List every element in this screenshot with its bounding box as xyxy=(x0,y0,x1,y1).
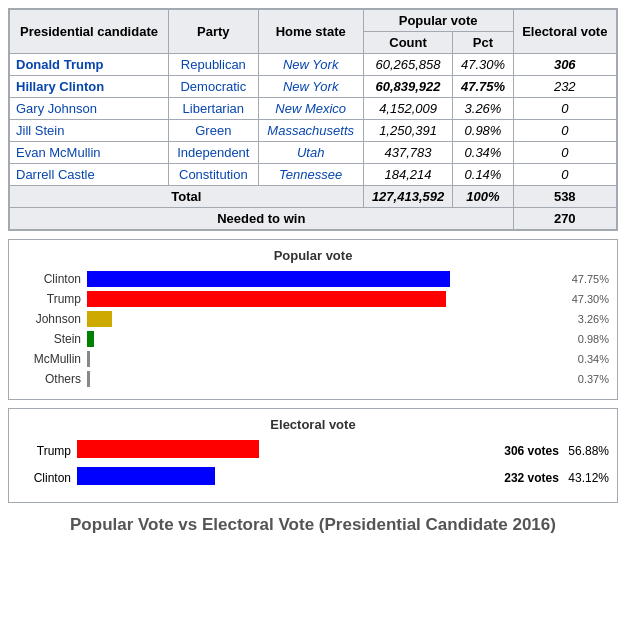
bar-pct: 0.34% xyxy=(554,353,609,365)
popular-pct: 0.98% xyxy=(453,120,513,142)
total-ev: 538 xyxy=(513,186,616,208)
col-header-count: Count xyxy=(363,32,453,54)
electoral-vote-chart-title: Electoral vote xyxy=(17,417,609,432)
electoral-bar-container xyxy=(77,467,489,488)
popular-bar-row: McMullin 0.34% xyxy=(17,351,609,367)
bar-label: Stein xyxy=(17,332,87,346)
table-row: Jill Stein Green Massachusetts 1,250,391… xyxy=(10,120,617,142)
popular-count: 60,265,858 xyxy=(363,54,453,76)
popular-count: 1,250,391 xyxy=(363,120,453,142)
candidate-name: Donald Trump xyxy=(10,54,169,76)
popular-pct: 47.30% xyxy=(453,54,513,76)
bar xyxy=(87,351,90,367)
candidate-name: Gary Johnson xyxy=(10,98,169,120)
electoral-votes: 306 xyxy=(513,54,616,76)
electoral-votes-count: 232 votes xyxy=(504,471,559,485)
col-header-popular-vote: Popular vote xyxy=(363,10,513,32)
col-header-pct: Pct xyxy=(453,32,513,54)
electoral-bar xyxy=(77,440,259,458)
bar xyxy=(87,371,90,387)
popular-vote-chart-title: Popular vote xyxy=(17,248,609,263)
bar-label: Trump xyxy=(17,292,87,306)
bar-pct: 3.26% xyxy=(554,313,609,325)
popular-vote-chart: Popular vote Clinton 47.75% Trump 47.30%… xyxy=(8,239,618,400)
col-header-electoral-vote: Electoral vote xyxy=(513,10,616,54)
popular-count: 4,152,009 xyxy=(363,98,453,120)
col-header-party: Party xyxy=(168,10,258,54)
electoral-bar-container xyxy=(77,440,489,461)
main-title: Popular Vote vs Electoral Vote (Presiden… xyxy=(8,513,618,537)
electoral-pct: 56.88% xyxy=(568,444,609,458)
popular-pct: 3.26% xyxy=(453,98,513,120)
electoral-pct: 43.12% xyxy=(568,471,609,485)
popular-pct: 47.75% xyxy=(453,76,513,98)
bar-pct: 0.37% xyxy=(554,373,609,385)
popular-bar-row: Stein 0.98% xyxy=(17,331,609,347)
election-table: Presidential candidate Party Home state … xyxy=(9,9,617,230)
bar-container xyxy=(87,271,554,287)
table-row: Darrell Castle Constitution Tennessee 18… xyxy=(10,164,617,186)
party: Constitution xyxy=(168,164,258,186)
electoral-info: 306 votes 56.88% xyxy=(489,444,609,458)
popular-count: 60,839,922 xyxy=(363,76,453,98)
table-row: Gary Johnson Libertarian New Mexico 4,15… xyxy=(10,98,617,120)
bar-container xyxy=(87,371,554,387)
home-state: Tennessee xyxy=(258,164,363,186)
electoral-label: Trump xyxy=(17,444,77,458)
home-state: New York xyxy=(258,76,363,98)
bar xyxy=(87,271,450,287)
popular-bar-row: Trump 47.30% xyxy=(17,291,609,307)
bar-container xyxy=(87,311,554,327)
bar xyxy=(87,311,112,327)
popular-bar-row: Johnson 3.26% xyxy=(17,311,609,327)
party: Independent xyxy=(168,142,258,164)
total-pct: 100% xyxy=(453,186,513,208)
col-header-candidate: Presidential candidate xyxy=(10,10,169,54)
needed-row: Needed to win 270 xyxy=(10,208,617,230)
party: Republican xyxy=(168,54,258,76)
total-row: Total 127,413,592 100% 538 xyxy=(10,186,617,208)
electoral-bar xyxy=(77,467,215,485)
needed-label: Needed to win xyxy=(10,208,514,230)
electoral-votes: 0 xyxy=(513,142,616,164)
bar-pct: 47.75% xyxy=(554,273,609,285)
popular-bar-row: Others 0.37% xyxy=(17,371,609,387)
popular-pct: 0.14% xyxy=(453,164,513,186)
col-header-home-state: Home state xyxy=(258,10,363,54)
popular-count: 437,783 xyxy=(363,142,453,164)
total-label: Total xyxy=(10,186,364,208)
bar-container xyxy=(87,351,554,367)
table-row: Evan McMullin Independent Utah 437,783 0… xyxy=(10,142,617,164)
candidate-name: Jill Stein xyxy=(10,120,169,142)
home-state: Utah xyxy=(258,142,363,164)
table-section: Presidential candidate Party Home state … xyxy=(8,8,618,231)
table-row: Donald Trump Republican New York 60,265,… xyxy=(10,54,617,76)
electoral-votes: 0 xyxy=(513,98,616,120)
candidate-name: Hillary Clinton xyxy=(10,76,169,98)
party: Green xyxy=(168,120,258,142)
table-row: Hillary Clinton Democratic New York 60,8… xyxy=(10,76,617,98)
bar-label: McMullin xyxy=(17,352,87,366)
candidate-name: Evan McMullin xyxy=(10,142,169,164)
candidate-name: Darrell Castle xyxy=(10,164,169,186)
popular-count: 184,214 xyxy=(363,164,453,186)
total-count: 127,413,592 xyxy=(363,186,453,208)
electoral-votes: 232 xyxy=(513,76,616,98)
electoral-info: 232 votes 43.12% xyxy=(489,471,609,485)
party: Democratic xyxy=(168,76,258,98)
electoral-bar-row: Clinton 232 votes 43.12% xyxy=(17,467,609,488)
bar-label: Clinton xyxy=(17,272,87,286)
party: Libertarian xyxy=(168,98,258,120)
needed-ev: 270 xyxy=(513,208,616,230)
electoral-label: Clinton xyxy=(17,471,77,485)
electoral-vote-chart: Electoral vote Trump 306 votes 56.88% Cl… xyxy=(8,408,618,503)
home-state: New Mexico xyxy=(258,98,363,120)
bar-label: Others xyxy=(17,372,87,386)
popular-bar-row: Clinton 47.75% xyxy=(17,271,609,287)
popular-pct: 0.34% xyxy=(453,142,513,164)
electoral-votes: 0 xyxy=(513,120,616,142)
electoral-votes-count: 306 votes xyxy=(504,444,559,458)
bar-pct: 0.98% xyxy=(554,333,609,345)
bar-container xyxy=(87,331,554,347)
bar-container xyxy=(87,291,554,307)
